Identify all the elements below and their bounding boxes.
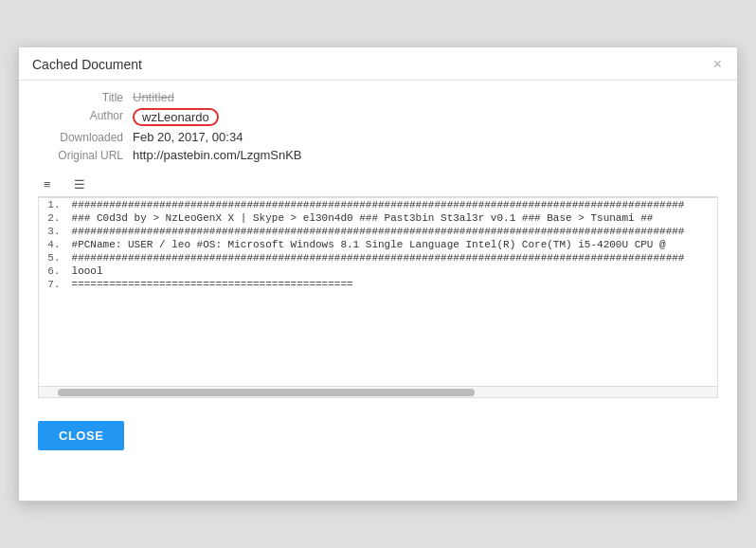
code-toolbar: ≡ ☰	[38, 172, 718, 197]
horizontal-scrollbar[interactable]	[38, 387, 718, 398]
code-line: 6.loool	[39, 265, 717, 278]
scrollbar-thumb	[58, 389, 475, 396]
code-line: 2.### C0d3d by > NzLeoGenX X | Skype > e…	[39, 211, 717, 225]
line-text: ========================================…	[68, 278, 717, 291]
line-text: ########################################…	[68, 225, 717, 238]
line-number: 2.	[39, 211, 68, 225]
line-text: loool	[68, 265, 717, 278]
meta-row-url: Original URL http://pastebin.com/LzgmSnK…	[38, 148, 718, 162]
meta-row-author: Author wzLeonardo	[38, 108, 718, 126]
line-number: 4.	[39, 238, 68, 251]
title-value: Untitled	[133, 90, 174, 104]
line-text: ########################################…	[68, 198, 717, 211]
code-content: 1.######################################…	[39, 198, 717, 291]
line-text: #PCName: USER / leo #OS: Microsoft Windo…	[68, 238, 717, 251]
svg-text:☰: ☰	[74, 177, 85, 191]
line-number: 1.	[39, 198, 68, 211]
close-x-button[interactable]: ×	[711, 57, 724, 72]
line-number: 6.	[39, 265, 68, 278]
dialog-footer: CLOSE	[19, 408, 737, 464]
line-text: ### C0d3d by > NzLeoGenX X | Skype > el3…	[68, 211, 717, 225]
meta-row-title: Title Untitled	[38, 90, 718, 104]
code-line: 7.======================================…	[39, 278, 717, 291]
close-button[interactable]: CLOSE	[38, 421, 124, 450]
code-line: 5.######################################…	[39, 251, 717, 265]
url-value: http://pastebin.com/LzgmSnKB	[133, 148, 301, 162]
dialog-title: Cached Document	[32, 57, 142, 72]
dialog-header: Cached Document ×	[19, 47, 737, 81]
meta-row-downloaded: Downloaded Feb 20, 2017, 00:34	[38, 130, 718, 144]
unordered-list-button[interactable]: ☰	[68, 175, 95, 192]
author-label: Author	[38, 109, 133, 122]
downloaded-value: Feb 20, 2017, 00:34	[133, 130, 243, 144]
title-label: Title	[38, 91, 133, 104]
code-line: 3.######################################…	[39, 225, 717, 238]
code-line: 4.#PCName: USER / leo #OS: Microsoft Win…	[39, 238, 717, 251]
line-number: 5.	[39, 251, 68, 265]
url-label: Original URL	[38, 149, 133, 162]
cached-document-dialog: Cached Document × Title Untitled Author …	[18, 46, 738, 502]
line-text: ########################################…	[68, 251, 717, 265]
dialog-body: Title Untitled Author wzLeonardo Downloa…	[19, 81, 737, 408]
line-number: 7.	[39, 278, 68, 291]
ordered-list-button[interactable]: ≡	[38, 175, 64, 192]
code-line: 1.######################################…	[39, 198, 717, 211]
line-number: 3.	[39, 225, 68, 238]
unordered-list-icon: ☰	[74, 177, 89, 191]
svg-text:≡: ≡	[44, 177, 51, 191]
author-value: wzLeonardo	[133, 108, 219, 126]
downloaded-label: Downloaded	[38, 131, 133, 144]
meta-table: Title Untitled Author wzLeonardo Downloa…	[38, 90, 718, 162]
code-area[interactable]: 1.######################################…	[38, 197, 718, 387]
ordered-list-icon: ≡	[44, 177, 59, 191]
